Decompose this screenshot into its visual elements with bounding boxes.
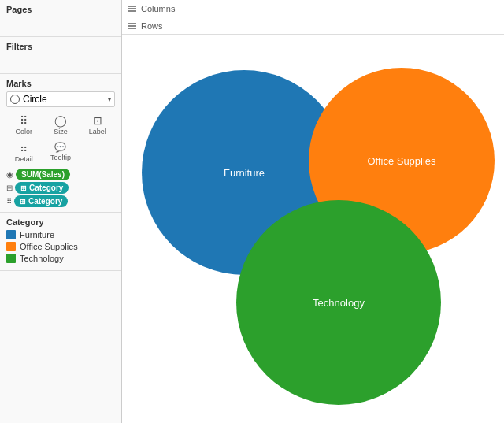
detail-icon: ⠶	[20, 142, 28, 154]
size-label: Size	[54, 128, 68, 135]
columns-icon	[128, 6, 136, 12]
sidebar: Pages Filters Marks Circle ▾ ⠿ Color ◯ S…	[0, 0, 122, 423]
legend-item-office: Office Supplies	[6, 242, 115, 251]
category2-pill[interactable]: ⊞ Category	[14, 195, 68, 207]
filters-content	[6, 54, 115, 69]
mark-type-left: Circle	[10, 94, 47, 105]
category2-pill-icon: ⠿	[6, 197, 12, 206]
mark-type-label: Circle	[23, 94, 47, 105]
main-area: Columns Rows FurnitureOffice SuppliesTec…	[122, 0, 504, 423]
rows-shelf: Rows	[122, 17, 504, 35]
pill-row-category1: ⊟ ⊞ Category	[6, 182, 115, 194]
category1-pill[interactable]: ⊞ Category	[15, 182, 69, 194]
legend-item-furniture: Furniture	[6, 230, 115, 239]
label-icon: ⊡	[93, 114, 102, 127]
legend-label-office: Office Supplies	[20, 242, 78, 251]
legend-label-technology: Technology	[20, 254, 64, 263]
pill-row-sales: ◉ SUM(Sales)	[6, 169, 115, 180]
pages-section: Pages	[0, 0, 121, 37]
filters-label: Filters	[6, 42, 115, 51]
marks-pills: ◉ SUM(Sales) ⊟ ⊞ Category ⠿ ⊞ Category	[6, 169, 115, 207]
legend-color-office	[6, 242, 16, 251]
bubble-technology: Technology	[236, 200, 441, 405]
label-button[interactable]: ⊡ Label	[80, 112, 115, 138]
filters-section: Filters	[0, 37, 121, 74]
columns-label: Columns	[141, 4, 175, 13]
color-label: Color	[16, 128, 33, 135]
rows-label: Rows	[141, 21, 163, 31]
legend-title: Category	[6, 217, 115, 227]
pages-label: Pages	[6, 5, 115, 14]
circle-icon	[10, 95, 20, 104]
sales-pill-label: SUM(Sales)	[21, 170, 65, 179]
detail-button[interactable]: ⠶ Detail	[6, 139, 42, 165]
category2-db-icon: ⊞	[20, 198, 26, 206]
legend-color-furniture	[6, 230, 16, 239]
pill-row-category2: ⠿ ⊞ Category	[6, 195, 115, 207]
dropdown-arrow-icon: ▾	[108, 96, 111, 103]
chart-area: FurnitureOffice SuppliesTechnology	[122, 35, 504, 423]
size-button[interactable]: ◯ Size	[43, 112, 79, 138]
label-label: Label	[89, 128, 106, 135]
legend-item-technology: Technology	[6, 254, 115, 263]
category1-pill-label: Category	[29, 184, 63, 192]
color-button[interactable]: ⠿ Color	[6, 112, 42, 138]
pages-content	[6, 17, 115, 32]
sales-pill[interactable]: SUM(Sales)	[16, 169, 70, 180]
tooltip-label: Tooltip	[50, 154, 71, 161]
legend-section: Category Furniture Office Supplies Techn…	[0, 213, 121, 271]
category1-pill-icon: ⊟	[6, 184, 13, 192]
detail-label: Detail	[15, 155, 33, 163]
columns-shelf: Columns	[122, 0, 504, 17]
sales-pill-icon: ◉	[6, 170, 13, 179]
rows-icon	[128, 23, 136, 29]
marks-label: Marks	[6, 79, 115, 88]
category1-db-icon: ⊞	[20, 184, 27, 192]
marks-buttons-grid: ⠿ Color ◯ Size ⊡ Label ⠶ Detail 💬 Toolti…	[6, 112, 115, 165]
category2-pill-label: Category	[28, 197, 62, 206]
legend-label-furniture: Furniture	[20, 230, 54, 239]
tooltip-icon: 💬	[54, 142, 66, 153]
legend-color-technology	[6, 254, 16, 263]
mark-type-dropdown[interactable]: Circle ▾	[6, 91, 115, 107]
size-icon: ◯	[54, 114, 67, 127]
color-icon: ⠿	[20, 114, 28, 127]
tooltip-button[interactable]: 💬 Tooltip	[43, 139, 79, 165]
marks-section: Marks Circle ▾ ⠿ Color ◯ Size ⊡ Label ⠶	[0, 74, 121, 213]
